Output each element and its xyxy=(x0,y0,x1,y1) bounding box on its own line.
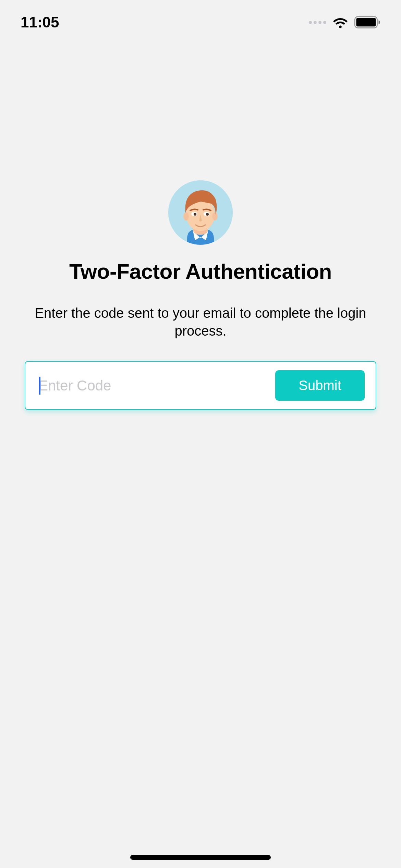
svg-point-9 xyxy=(194,213,196,216)
main-content: Two-Factor Authentication Enter the code… xyxy=(0,180,401,410)
cellular-signal-icon xyxy=(309,21,326,24)
status-bar: 11:05 xyxy=(0,0,401,45)
svg-rect-1 xyxy=(356,18,376,26)
code-input-wrapper[interactable] xyxy=(38,371,275,400)
svg-point-5 xyxy=(183,212,189,220)
home-indicator[interactable] xyxy=(130,855,271,860)
code-input-card: Submit xyxy=(25,361,376,410)
page-subtitle: Enter the code sent to your email to com… xyxy=(10,304,391,340)
wifi-icon xyxy=(332,16,348,28)
battery-icon xyxy=(354,16,380,28)
svg-point-6 xyxy=(212,212,218,220)
avatar xyxy=(168,180,233,245)
page-title: Two-Factor Authentication xyxy=(69,259,332,284)
svg-point-10 xyxy=(206,213,209,216)
text-caret xyxy=(39,377,40,395)
status-indicators xyxy=(309,16,380,28)
code-input[interactable] xyxy=(38,377,275,394)
status-time: 11:05 xyxy=(21,14,59,31)
submit-button[interactable]: Submit xyxy=(275,370,365,401)
